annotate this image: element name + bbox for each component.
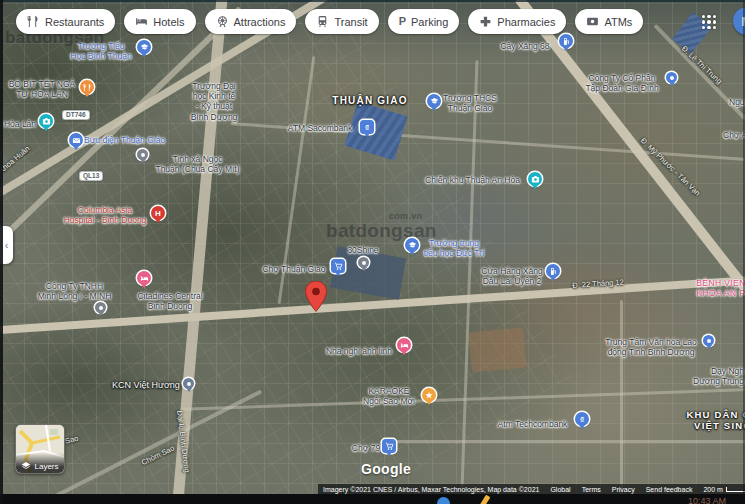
hotel-pin-icon[interactable] [397, 338, 411, 352]
poi-label-bo-bit-tet[interactable]: BÒ BÍT TẾT NGÃ TƯ HÒA LÂN [2, 79, 82, 99]
poi-label-truong-thcs[interactable]: Trường THCS Thuận Giao [440, 93, 500, 113]
hotels-icon [135, 15, 148, 28]
hotels-button[interactable]: Hotels [124, 9, 195, 34]
poi-label-hoa-lan[interactable]: Hòa Lân [3, 119, 37, 129]
poi-label-duc-tri[interactable]: Trường trung tiểu học Đức Trí [420, 238, 488, 258]
poi-label-chien-khu[interactable]: Chiến khu Thuận An Hòa [415, 175, 530, 185]
dirt-lot [468, 328, 526, 373]
scale-bar [726, 487, 745, 492]
pharmacies-button[interactable]: Pharmacies [468, 9, 566, 34]
parking-label: Parking [411, 16, 448, 28]
restaurant-pin-icon[interactable] [80, 80, 94, 94]
company-pin-icon[interactable] [95, 302, 106, 313]
pharmacies-icon [479, 15, 492, 28]
account-avatar[interactable]: M [733, 7, 745, 35]
pharmacies-label: Pharmacies [497, 16, 555, 28]
poi-label-buu-dien[interactable]: Bưu điện Thuận Giáo [84, 135, 179, 145]
poi-label-nha-nghi[interactable]: Nhà nghỉ ánh linh [320, 346, 398, 356]
google-maps-satellite-view: batdongsan batdongsan com.vn Khoa Huân Đ… [0, 0, 745, 504]
post-office-pin-icon[interactable] [69, 133, 83, 147]
restaurants-icon [27, 15, 40, 28]
poi-label-kcn-viet-huong[interactable]: KCN Việt Hương [106, 380, 186, 391]
road-secondary [620, 300, 623, 504]
poi-label-minh-long[interactable]: Công Ty TNHH Minh Long I - MINH [27, 281, 122, 301]
shop-pin-icon[interactable] [358, 257, 369, 268]
transit-icon [316, 15, 329, 28]
temple-pin-icon[interactable] [137, 149, 148, 160]
clipped-blue-icon [437, 497, 450, 504]
route-badge-dt746: DT746 [62, 110, 90, 120]
karaoke-pin-icon[interactable]: ★ [422, 388, 436, 402]
poi-label-cua-hang-xang[interactable]: Cửa Hàng Xăng Dầu Lai Uyên 2 [480, 266, 544, 286]
scale-text: 200 m [703, 486, 722, 493]
area-label-khu-dan-cu-viet-sing: KHU DÂN CƯ VIỆT SING [683, 409, 745, 432]
poi-label-30shine[interactable]: 30Shine [340, 245, 386, 255]
side-panel-collapse-button[interactable]: ‹ [0, 226, 13, 264]
poi-label-karaoke[interactable]: KARAOKE Ngôi Sao Mới [358, 386, 420, 406]
poi-label-day-nghe[interactable]: Dạy Ngh Dương Trung [686, 366, 744, 386]
poi-label-cho-thuan-giao[interactable]: Chợ Thuận Giao [258, 264, 330, 274]
poi-label-cay-xang-68[interactable]: Cây Xăng 68 [500, 41, 550, 51]
atm-pin-icon[interactable]: ₫ [360, 120, 374, 134]
attraction-pin-icon[interactable] [39, 114, 53, 128]
layers-label: Layers [34, 462, 58, 471]
bottom-edge-strip: 10:43 AM [0, 494, 745, 504]
gas-station-pin-icon[interactable] [546, 264, 560, 278]
category-toolbar: Restaurants Hotels Attractions Transit P… [16, 9, 643, 34]
chevron-left-icon: ‹ [5, 239, 9, 251]
atms-label: ATMs [604, 16, 632, 28]
attribution-bar: Imagery ©2021 CNES / Airbus, Maxar Techn… [318, 484, 745, 494]
market-pin-icon[interactable] [382, 439, 396, 453]
parking-button[interactable]: P Parking [388, 9, 460, 34]
road-label-khoa-huan: Khoa Huân [0, 144, 32, 175]
restaurants-button[interactable]: Restaurants [16, 9, 115, 34]
poi-label-tinh-xa[interactable]: Tịnh xã Ngọc Thuận (Chùa Cây Mít) [150, 154, 245, 174]
batdongsan-watermark-suffix: com.vn [389, 211, 422, 221]
poi-label-atm-sacombank[interactable]: ATM Sacombank [281, 123, 359, 133]
poi-label-cho-a-partial[interactable]: Chợ A [723, 130, 745, 140]
terms-link[interactable]: Terms [582, 486, 601, 493]
global-link[interactable]: Global [550, 486, 570, 493]
attractions-label: Attractions [234, 16, 286, 28]
poi-label-citadines[interactable]: Citadines Central Binh Duong [130, 291, 210, 311]
restaurants-label: Restaurants [45, 16, 104, 28]
poi-label-columbia-hospital[interactable]: Columbia Asia Hospital - Binh Duong [55, 205, 155, 225]
road-label-sao: Sao [64, 434, 79, 446]
imagery-credit: Imagery ©2021 CNES / Airbus, Maxar Techn… [323, 486, 539, 493]
poi-label-cho-79[interactable]: Chợ 79 [348, 443, 384, 453]
atm-pin-icon[interactable]: ₫ [575, 412, 589, 426]
atms-icon [586, 15, 599, 28]
transit-button[interactable]: Transit [305, 9, 378, 34]
red-destination-marker[interactable] [305, 281, 327, 316]
privacy-link[interactable]: Privacy [612, 486, 635, 493]
attractions-icon [216, 15, 229, 28]
school-pin-icon[interactable] [427, 94, 441, 108]
route-badge-ql13: QL13 [79, 171, 103, 181]
school-pin-icon[interactable] [405, 238, 419, 252]
layers-control[interactable]: Layers [15, 424, 65, 474]
market-pin-icon[interactable] [331, 259, 345, 273]
clipped-pencil-icon [479, 495, 491, 504]
gas-station-pin-icon[interactable] [559, 34, 573, 48]
layers-icon [21, 461, 31, 471]
system-clock-partial: 10:43 AM [688, 496, 726, 504]
poi-label-truong-dai-hoc[interactable]: Trường Đại học Kinh tế - Kỹ thuật Bình D… [183, 81, 245, 122]
google-apps-grid-icon[interactable] [702, 15, 716, 29]
poi-label-truong-tieu-hoc-binh-thuan[interactable]: Trường Tiểu Học Bình Thuận [61, 41, 141, 61]
road-label-le-thi-trung: Đ. Lê Thị Trung [680, 44, 724, 86]
poi-label-ngu-partial[interactable]: Ngu [729, 97, 745, 107]
send-feedback-link[interactable]: Send feedback [646, 486, 693, 493]
hotel-pin-icon[interactable] [137, 271, 151, 285]
poi-label-trung-tam-van-hoa[interactable]: Trung Tâm Văn hóa Lao động Tỉnh Bình Dươ… [596, 337, 706, 357]
attractions-button[interactable]: Attractions [205, 9, 297, 34]
road-secondary [380, 440, 745, 443]
attraction-pin-icon[interactable] [528, 172, 542, 186]
poi-label-atm-techcombank[interactable]: Atm Techcombank [490, 419, 575, 429]
map-scale: 200 m [703, 486, 745, 493]
poi-label-benh-vien[interactable]: BỆNH VIỆN KHOA AN P [690, 278, 745, 298]
atms-button[interactable]: ATMs [575, 9, 643, 34]
company-pin-icon[interactable] [666, 72, 677, 83]
hotels-label: Hotels [153, 16, 184, 28]
parking-label-sibling: Transit [334, 16, 367, 28]
poi-label-cong-ty-gia-dinh[interactable]: Công Ty Cổ Phần Tập Đoàn Gia Đình [578, 73, 666, 93]
